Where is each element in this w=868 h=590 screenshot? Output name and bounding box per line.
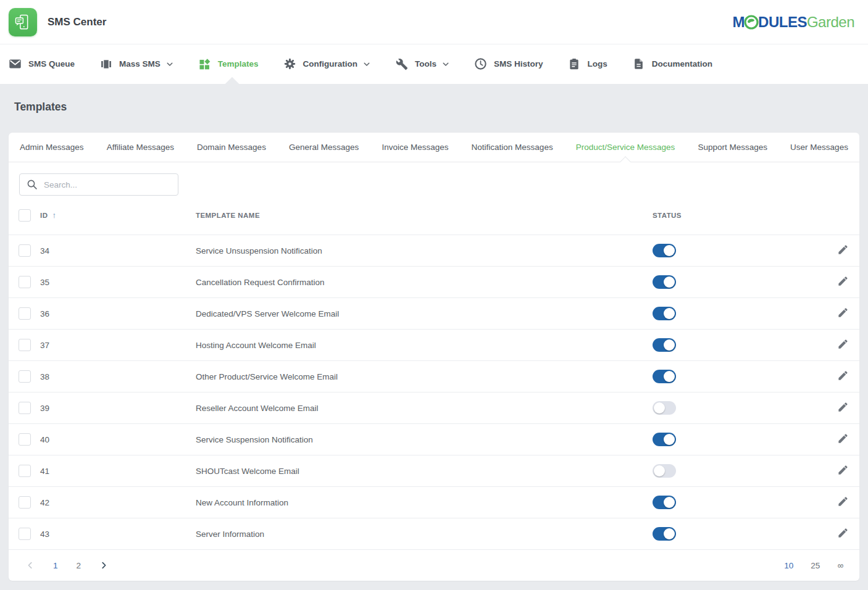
- row-id: 38: [40, 372, 196, 381]
- search-area: [9, 162, 859, 196]
- page-number[interactable]: 2: [77, 561, 81, 570]
- templates-card: Admin Messages Affiliate Messages Domain…: [9, 133, 859, 581]
- nav-item[interactable]: Tools: [395, 57, 449, 70]
- select-all-checkbox[interactable]: [19, 209, 31, 222]
- table-row: 35 Cancellation Request Confirmation: [9, 267, 859, 298]
- search-input[interactable]: [44, 180, 171, 189]
- edit-icon[interactable]: [837, 401, 849, 413]
- tab-label: Product/Service Messages: [576, 143, 675, 152]
- search-box: [19, 173, 178, 196]
- previous-page-icon[interactable]: [26, 561, 35, 570]
- column-header-id[interactable]: ID: [40, 212, 48, 219]
- nav-item[interactable]: Templates: [198, 57, 259, 70]
- chevron-down-icon: [166, 60, 173, 68]
- edit-icon[interactable]: [837, 527, 849, 539]
- status-toggle[interactable]: [653, 401, 676, 415]
- status-toggle[interactable]: [653, 307, 676, 320]
- edit-icon[interactable]: [837, 464, 849, 476]
- column-header-template-name[interactable]: TEMPLATE NAME: [196, 212, 651, 219]
- status-toggle[interactable]: [653, 464, 676, 478]
- category-tab[interactable]: Support Messages: [698, 133, 767, 162]
- category-tab[interactable]: Notification Messages: [472, 133, 553, 162]
- grid-icon: [198, 57, 211, 70]
- next-page-icon[interactable]: [99, 561, 108, 570]
- nav-item[interactable]: Documentation: [632, 57, 712, 70]
- edit-icon[interactable]: [837, 338, 849, 350]
- nav-item[interactable]: SMS History: [474, 57, 543, 70]
- row-checkbox[interactable]: [19, 307, 31, 320]
- edit-icon[interactable]: [837, 244, 849, 256]
- row-checkbox[interactable]: [19, 339, 31, 351]
- status-toggle[interactable]: [653, 496, 676, 509]
- row-checkbox[interactable]: [19, 496, 31, 509]
- row-id: 39: [40, 404, 196, 413]
- category-tab[interactable]: Invoice Messages: [382, 133, 448, 162]
- category-tab[interactable]: Domain Messages: [197, 133, 266, 162]
- table-row: 38 Other Product/Service Welcome Email: [9, 361, 859, 393]
- row-checkbox[interactable]: [19, 244, 31, 257]
- edit-icon[interactable]: [837, 433, 849, 444]
- document-icon: [632, 57, 645, 70]
- row-checkbox[interactable]: [19, 465, 31, 477]
- category-tab[interactable]: Affiliate Messages: [107, 133, 174, 162]
- tab-label: Domain Messages: [197, 143, 266, 152]
- pager: 12: [26, 561, 108, 570]
- tab-label: Support Messages: [698, 143, 767, 152]
- globe-icon: [744, 15, 759, 30]
- page-size-option[interactable]: ∞: [837, 561, 843, 570]
- status-toggle[interactable]: [653, 527, 676, 541]
- row-template-name: Service Unsuspension Notification: [196, 246, 651, 256]
- edit-icon[interactable]: [837, 275, 849, 287]
- row-checkbox[interactable]: [19, 370, 31, 383]
- row-checkbox[interactable]: [19, 276, 31, 288]
- row-id: 37: [40, 341, 196, 350]
- page-title: Templates: [0, 84, 868, 114]
- row-template-name: Server Information: [196, 530, 651, 539]
- toggle-knob: [664, 434, 675, 445]
- page-size-option[interactable]: 10: [784, 561, 793, 570]
- row-id: 40: [40, 435, 196, 444]
- row-checkbox[interactable]: [19, 433, 31, 446]
- nav-item[interactable]: Configuration: [283, 57, 370, 70]
- chevron-down-icon: [442, 60, 449, 68]
- status-toggle[interactable]: [653, 433, 676, 446]
- clock-icon: [474, 57, 487, 70]
- nav-item[interactable]: SMS Queue: [9, 57, 75, 70]
- row-checkbox[interactable]: [19, 402, 31, 414]
- tab-label: Affiliate Messages: [107, 143, 174, 152]
- row-template-name: Hosting Account Welcome Email: [196, 341, 651, 350]
- status-toggle[interactable]: [653, 370, 676, 383]
- toggle-knob: [654, 402, 665, 413]
- page-number[interactable]: 1: [53, 561, 58, 570]
- nav-item[interactable]: Logs: [568, 57, 607, 70]
- edit-icon[interactable]: [837, 307, 849, 318]
- edit-icon[interactable]: [837, 370, 849, 381]
- toggle-knob: [664, 245, 675, 256]
- row-template-name: Service Suspension Notification: [196, 435, 651, 444]
- category-tab[interactable]: User Messages: [790, 133, 848, 162]
- table-body: 34 Service Unsuspension Notification: [9, 235, 859, 550]
- status-toggle[interactable]: [653, 338, 676, 352]
- category-tab[interactable]: Product/Service Messages: [576, 133, 675, 162]
- nav-item-label: Mass SMS: [119, 59, 161, 69]
- tab-label: Notification Messages: [472, 143, 553, 152]
- status-toggle[interactable]: [653, 244, 676, 257]
- edit-icon[interactable]: [837, 496, 849, 507]
- sms-center-app: SMS Center M DULES Garden SMS Queue: [0, 0, 868, 590]
- page-size-option[interactable]: 25: [811, 561, 820, 570]
- table-row: 41 SHOUTcast Welcome Email: [9, 455, 859, 487]
- sort-ascending-icon[interactable]: ↑: [52, 210, 56, 220]
- row-id: 34: [40, 246, 196, 256]
- table-row: 37 Hosting Account Welcome Email: [9, 330, 859, 361]
- nav-item-list: SMS Queue Mass SMS Templates: [9, 57, 712, 70]
- nav-item-label: Tools: [415, 59, 436, 69]
- nav-item[interactable]: Mass SMS: [99, 57, 173, 70]
- category-tabs: Admin Messages Affiliate Messages Domain…: [9, 133, 859, 162]
- status-toggle[interactable]: [653, 275, 676, 289]
- row-template-name: SHOUTcast Welcome Email: [196, 467, 651, 476]
- row-checkbox[interactable]: [19, 528, 31, 540]
- category-tab[interactable]: Admin Messages: [20, 133, 84, 162]
- brand-text-dules: DULES: [758, 15, 807, 30]
- category-tab[interactable]: General Messages: [289, 133, 359, 162]
- table-row: 34 Service Unsuspension Notification: [9, 235, 859, 267]
